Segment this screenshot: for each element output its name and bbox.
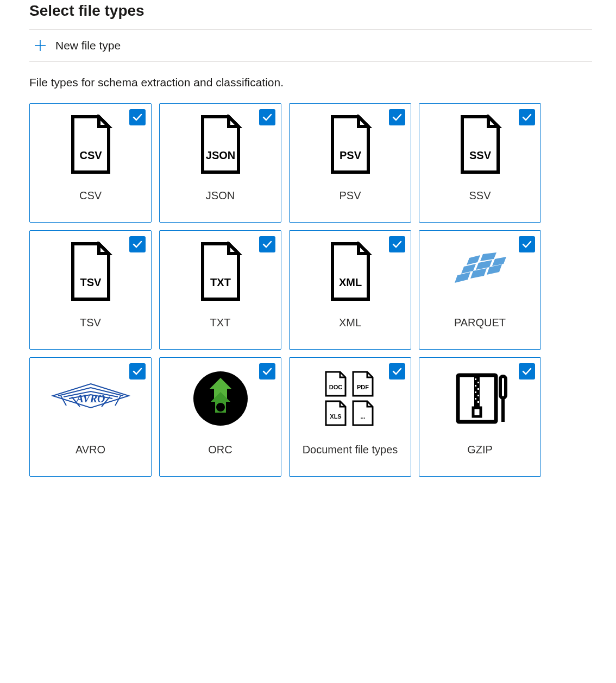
file-type-tile-txt[interactable]: TXTTXT: [159, 230, 281, 350]
file-type-tile-json[interactable]: JSONJSON: [159, 103, 281, 223]
checkmark-icon[interactable]: [129, 109, 146, 125]
svg-text:SSV: SSV: [469, 149, 491, 161]
file-types-grid: CSVCSVJSONJSONPSVPSVSSVSSVTSVTSVTXTTXTXM…: [29, 103, 592, 477]
checkmark-icon[interactable]: [259, 363, 275, 380]
parquet-icon: [448, 231, 513, 312]
svg-text:PSV: PSV: [339, 149, 361, 161]
svg-rect-35: [500, 376, 506, 398]
file-type-label: SSV: [469, 189, 491, 202]
file-type-tile-gzip[interactable]: GZIP: [419, 357, 541, 477]
file-type-label: AVRO: [76, 444, 105, 456]
file-type-label: XML: [339, 317, 361, 329]
svg-text:TSV: TSV: [80, 276, 102, 288]
doc-icon: TSV: [66, 231, 115, 312]
svg-text:XLS: XLS: [330, 413, 341, 420]
new-file-type-label: New file type: [55, 39, 121, 52]
page-title: Select file types: [29, 2, 592, 20]
svg-marker-10: [480, 252, 496, 261]
svg-rect-30: [475, 391, 476, 393]
svg-rect-29: [477, 388, 479, 390]
doc-icon: CSV: [66, 104, 115, 185]
doc-icon: TXT: [196, 231, 245, 312]
file-type-label: ORC: [208, 444, 232, 456]
orc-icon: [192, 358, 249, 439]
svg-rect-32: [475, 398, 476, 400]
file-type-tile-psv[interactable]: PSVPSV: [289, 103, 411, 223]
svg-text:XML: XML: [338, 276, 361, 288]
doc-icon: XML: [326, 231, 375, 312]
svg-rect-31: [477, 395, 479, 396]
file-type-tile-avro[interactable]: AVROAVRO: [29, 357, 152, 477]
checkmark-icon[interactable]: [129, 236, 146, 252]
svg-marker-9: [467, 255, 480, 265]
checkmark-icon[interactable]: [129, 363, 146, 380]
file-type-tile-document-file-types[interactable]: DOCPDFXLS...Document file types: [289, 357, 411, 477]
description-text: File types for schema extraction and cla…: [29, 76, 592, 89]
file-type-label: PARQUET: [454, 317, 506, 329]
file-type-label: PSV: [339, 189, 361, 202]
checkmark-icon[interactable]: [389, 109, 405, 125]
checkmark-icon[interactable]: [389, 363, 405, 380]
checkmark-icon[interactable]: [519, 236, 535, 252]
svg-text:...: ...: [360, 413, 365, 420]
plus-icon: [34, 39, 47, 52]
file-type-tile-xml[interactable]: XMLXML: [289, 230, 411, 350]
file-type-label: GZIP: [467, 444, 493, 456]
svg-point-19: [216, 403, 225, 412]
checkmark-icon[interactable]: [519, 363, 535, 380]
doc_multi-icon: DOCPDFXLS...: [320, 358, 380, 439]
gzip-icon: [450, 358, 510, 439]
checkmark-icon[interactable]: [519, 109, 535, 125]
svg-marker-14: [455, 272, 470, 283]
doc-icon: JSON: [196, 104, 245, 185]
svg-rect-26: [475, 378, 476, 380]
svg-text:AVRO: AVRO: [75, 393, 105, 404]
svg-text:CSV: CSV: [79, 149, 102, 161]
divider: [29, 61, 592, 62]
checkmark-icon[interactable]: [389, 236, 405, 252]
svg-rect-27: [477, 382, 479, 383]
svg-rect-34: [473, 408, 481, 416]
svg-text:TXT: TXT: [210, 276, 231, 288]
doc-icon: SSV: [456, 104, 505, 185]
avro-icon: AVRO: [47, 358, 134, 439]
new-file-type-button[interactable]: New file type: [29, 30, 592, 61]
file-type-label: CSV: [79, 189, 102, 202]
file-type-tile-tsv[interactable]: TSVTSV: [29, 230, 152, 350]
file-type-label: JSON: [206, 189, 235, 202]
svg-text:PDF: PDF: [357, 384, 369, 390]
checkmark-icon[interactable]: [259, 236, 275, 252]
file-type-tile-parquet[interactable]: PARQUET: [419, 230, 541, 350]
svg-rect-33: [477, 401, 479, 403]
checkmark-icon[interactable]: [259, 109, 275, 125]
doc-icon: PSV: [326, 104, 375, 185]
file-type-label: TSV: [80, 317, 101, 329]
svg-text:JSON: JSON: [205, 149, 235, 161]
svg-marker-13: [492, 257, 506, 266]
file-type-label: TXT: [210, 317, 231, 329]
file-type-tile-orc[interactable]: ORC: [159, 357, 281, 477]
file-type-tile-csv[interactable]: CSVCSV: [29, 103, 152, 223]
file-type-tile-ssv[interactable]: SSVSSV: [419, 103, 541, 223]
file-type-label: Document file types: [303, 444, 398, 456]
svg-text:DOC: DOC: [329, 384, 342, 390]
svg-rect-28: [475, 385, 476, 387]
